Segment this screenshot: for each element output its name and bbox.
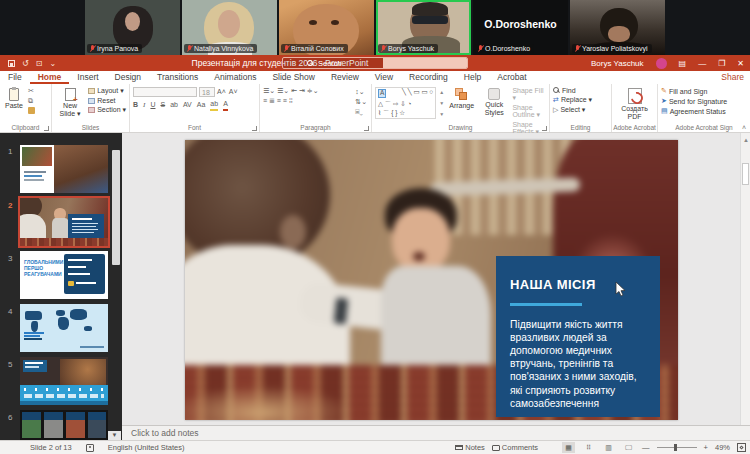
shapes-gallery[interactable]: A╲ ╲ ▭ ▭ ○ △ ⌒ ⇨ ⇩ ◔ ⌇ ⌒ { } ☆: [375, 87, 436, 119]
font-color-button[interactable]: A: [223, 99, 228, 111]
paragraph-row2[interactable]: ≡ ≣ ≡ ≡ ⁞⁞: [263, 97, 293, 105]
tab-file[interactable]: File: [0, 71, 30, 84]
start-slideshow-icon[interactable]: ⊡: [36, 59, 43, 68]
tab-animations[interactable]: Animations: [206, 71, 264, 84]
search-input[interactable]: Search: [282, 57, 468, 69]
fill-and-sign-button[interactable]: ✎Fill and Sign: [661, 87, 727, 95]
send-for-signature-button[interactable]: ➤Send for Signature: [661, 97, 727, 105]
textbox-shape-icon[interactable]: A: [378, 89, 386, 98]
slide-thumbnail-6[interactable]: [20, 410, 108, 440]
tab-transitions[interactable]: Transitions: [149, 71, 206, 84]
select-button[interactable]: ▷Select ▾: [553, 106, 592, 114]
font-size-select[interactable]: 18: [199, 87, 215, 97]
qat-more-icon[interactable]: ⌄: [49, 59, 56, 68]
slide-thumbnail-1[interactable]: [20, 145, 108, 193]
slide-sorter-view-button[interactable]: ⠿: [582, 442, 595, 453]
highlight-color-button[interactable]: ab: [210, 99, 218, 111]
paragraph-dialog-launcher[interactable]: [364, 126, 369, 131]
align-text-icon[interactable]: ⇅⌄: [355, 98, 367, 106]
scrollbar-thumb[interactable]: [742, 163, 749, 185]
grow-font-icon[interactable]: A˄: [217, 87, 226, 97]
minimize-button[interactable]: —: [698, 59, 706, 68]
font-name-select[interactable]: [133, 87, 197, 97]
smartart-icon[interactable]: ⌸⌄: [355, 108, 367, 116]
participant-tile[interactable]: Iryna Panova: [85, 0, 180, 55]
zoom-out-button[interactable]: —: [642, 443, 650, 452]
shape-fill-button[interactable]: Shape Fill ▾: [512, 87, 546, 102]
cut-icon[interactable]: ✂: [28, 87, 35, 95]
slide-thumbnail-5[interactable]: [20, 357, 108, 405]
vertical-scrollbar[interactable]: ▲: [740, 133, 750, 425]
text-shadow-button[interactable]: ab: [170, 100, 178, 110]
tab-view[interactable]: View: [367, 71, 401, 84]
slide-thumbnail-3[interactable]: ГЛОБАЛЬНИМИ ПЕРШО РЕАГУВАЧАМИ: [20, 251, 108, 299]
tab-home[interactable]: Home: [30, 71, 70, 84]
arrange-button[interactable]: Arrange: [447, 87, 476, 111]
reading-view-button[interactable]: ▥: [602, 442, 615, 453]
copy-icon[interactable]: ⧉: [28, 97, 35, 105]
share-button[interactable]: Share: [711, 71, 744, 84]
reset-button[interactable]: Reset: [88, 97, 126, 104]
participant-tile[interactable]: Borys Yaschuk: [376, 0, 471, 55]
find-button[interactable]: Find: [553, 87, 592, 94]
collapse-ribbon-icon[interactable]: ˄: [742, 124, 746, 131]
slide-thumbnail-2-selected[interactable]: [20, 198, 108, 246]
thumbnail-scrollbar-thumb[interactable]: [112, 150, 120, 265]
section-button[interactable]: Section ▾: [88, 106, 126, 114]
drawing-dialog-launcher[interactable]: [542, 126, 547, 131]
ribbon-display-icon[interactable]: ▤: [679, 59, 687, 68]
shrink-font-icon[interactable]: A˅: [229, 87, 238, 97]
mission-text-box[interactable]: НАША МІСІЯ Підвищити якість життя вразли…: [496, 256, 660, 417]
paste-button[interactable]: Paste: [3, 87, 25, 111]
replace-button[interactable]: ⇄Replace ▾: [553, 96, 592, 104]
clipboard-dialog-launcher[interactable]: [44, 126, 49, 131]
create-pdf-button[interactable]: Создать PDF: [615, 87, 654, 121]
thumbnail-scroll-down-icon[interactable]: ▼: [108, 431, 121, 440]
format-painter-icon[interactable]: [28, 107, 35, 114]
restore-button[interactable]: ❐: [718, 59, 725, 68]
strikethrough-button[interactable]: S: [160, 100, 165, 110]
zoom-in-button[interactable]: +: [704, 443, 708, 452]
scroll-up-icon[interactable]: ▲: [742, 135, 750, 145]
layout-button[interactable]: Layout ▾: [88, 87, 126, 95]
comments-button[interactable]: Comments: [492, 443, 538, 452]
tab-insert[interactable]: Insert: [69, 71, 106, 84]
undo-icon[interactable]: ↺: [22, 59, 29, 68]
change-case-button[interactable]: Aa: [197, 100, 206, 110]
accessibility-icon[interactable]: [86, 444, 94, 452]
zoom-slider[interactable]: [657, 447, 697, 448]
slideshow-view-button[interactable]: 🖵: [622, 442, 635, 453]
tab-design[interactable]: Design: [107, 71, 149, 84]
paragraph-row1[interactable]: ☰⌄ ☰⌄ ⇤ ⇥ ≑⌄: [263, 87, 319, 95]
agreement-status-button[interactable]: ▤Agreement Status: [661, 107, 727, 115]
tab-help[interactable]: Help: [456, 71, 489, 84]
shape-outline-button[interactable]: Shape Outline ▾: [512, 104, 546, 119]
save-icon[interactable]: [8, 60, 15, 67]
participant-tile[interactable]: Yaroslav Poliatskovyi: [570, 0, 665, 55]
tab-review[interactable]: Review: [323, 71, 367, 84]
participant-tile[interactable]: Віталій Солових: [279, 0, 374, 55]
zoom-percentage[interactable]: 49%: [715, 443, 730, 452]
underline-button[interactable]: U: [150, 100, 155, 110]
search-input-area[interactable]: [383, 58, 467, 68]
text-direction-icon[interactable]: ↕⌄: [355, 88, 367, 96]
tab-recording[interactable]: Recording: [401, 71, 456, 84]
account-name[interactable]: Borys Yaschuk: [591, 59, 644, 68]
participant-tile[interactable]: O.Doroshenko O.Doroshenko: [473, 0, 568, 55]
tab-slideshow[interactable]: Slide Show: [264, 71, 323, 84]
char-spacing-button[interactable]: AV: [183, 100, 192, 110]
italic-button[interactable]: I: [143, 100, 145, 110]
quick-styles-button[interactable]: Quick Styles: [479, 87, 509, 117]
bold-button[interactable]: B: [133, 100, 138, 110]
slide-thumbnail-4[interactable]: [20, 304, 108, 352]
font-dialog-launcher[interactable]: [252, 126, 257, 131]
close-button[interactable]: ✕: [737, 59, 744, 68]
language-indicator[interactable]: English (United States): [108, 443, 185, 452]
notes-pane[interactable]: Click to add notes: [122, 425, 750, 440]
account-avatar[interactable]: [656, 58, 667, 69]
fit-slide-button[interactable]: [737, 443, 746, 452]
zoom-slider-thumb[interactable]: [674, 444, 677, 451]
shapes-gallery-scroll[interactable]: ▲▼▼: [439, 87, 444, 119]
participant-tile[interactable]: Nataliya Vinnykova: [182, 0, 277, 55]
normal-view-button[interactable]: ▦: [562, 442, 575, 453]
